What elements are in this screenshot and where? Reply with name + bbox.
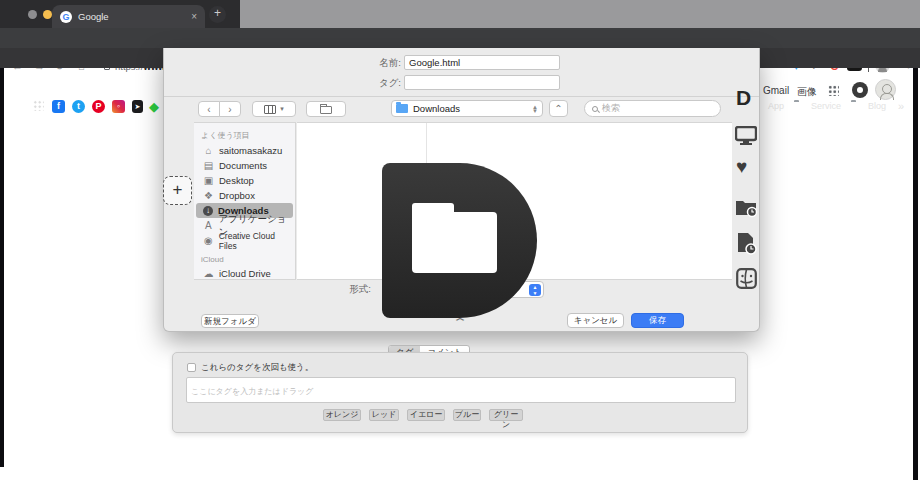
facebook-bookmark-icon[interactable]: f [52,100,65,113]
view-mode-button[interactable]: ▾ [252,101,296,117]
search-field[interactable]: 検索 [584,100,721,117]
traffic-light-minimize[interactable] [43,10,52,19]
search-icon [592,106,598,112]
page-frame-right [913,68,918,480]
tab-title: Google [78,11,185,22]
collapse-dialog-icon[interactable]: ⌃ [440,318,480,327]
heart-icon[interactable]: ♥ [736,156,747,178]
display-icon[interactable] [735,126,757,145]
reuse-tags-label: これらのタグを次回も使う。 [201,362,313,374]
documents-icon: ▤ [203,160,214,171]
creative-cloud-icon: ◉ [203,235,214,246]
save-button[interactable]: 保存 [631,313,684,328]
apps-grid-bookmark-icon[interactable] [33,100,44,111]
notification-icon[interactable] [852,82,868,98]
tag-blue-button[interactable]: ブルー [453,409,481,421]
diamond-bookmark-icon[interactable]: ◆ [149,99,159,114]
sidebar-item-documents[interactable]: ▤Documents [196,158,293,173]
tags-panel: これらのタグを次回も使う。 ここにタグを入力またはドラッグ オレンジ レッド イ… [172,352,748,433]
new-tab-button[interactable]: + [209,6,226,23]
tag-red-button[interactable]: レッド [369,409,399,421]
downloads-folder-icon [396,104,408,113]
tags-input[interactable] [404,75,560,90]
browser-toolbar: ← → ⟳ ⌂ https://www.google.com ☆ ● ➤ ☻ ⚯… [0,28,920,48]
format-label: 形式: [314,283,371,296]
folder-icon [320,106,332,114]
page-frame-left [0,68,4,467]
sidebar-item-home[interactable]: ⌂saitomasakazu [196,143,293,158]
name-field-label: 名前: [344,57,401,70]
bookmarks-overflow-icon[interactable]: » [898,100,904,112]
filename-input[interactable]: Google.html [404,55,560,70]
applications-icon: A [203,220,214,231]
twitter-bookmark-icon[interactable]: t [72,100,85,113]
desktop-icon: ▣ [203,175,214,186]
d-logo-watermark [382,163,537,318]
columns-view-icon [264,105,276,114]
folder-history-icon[interactable] [735,197,759,218]
home-icon: ⌂ [203,145,214,156]
icloud-header: iCloud [194,248,295,266]
blue-stepper-icon: ▲▼ [529,284,541,296]
cursor-bookmark-icon[interactable]: ➤ [132,100,143,113]
sidebar-item-dropbox[interactable]: ❖Dropbox [196,188,293,203]
up-directory-button[interactable]: ⌃ [549,100,568,117]
tag-entry-input[interactable]: ここにタグを入力またはドラッグ [186,377,736,403]
document-history-icon[interactable] [737,232,759,256]
stepper-icon: ▲▼ [532,105,538,113]
tags-field-label: タグ: [344,77,401,90]
sidebar-item-desktop[interactable]: ▣Desktop [196,173,293,188]
dropbox-icon: ❖ [203,190,214,201]
close-tab-icon[interactable]: × [191,11,197,22]
browser-tab[interactable]: G Google × [52,5,205,28]
tab-strip: G Google × + [0,0,920,28]
sidebar-item-icloud-drive[interactable]: ☁iCloud Drive [196,266,293,281]
new-folder-button[interactable]: 新規フォルダ [201,314,259,328]
bookmark-blog[interactable]: Blog [868,100,886,112]
d-extension-logo-icon[interactable]: D [736,86,751,110]
gmail-link[interactable]: Gmail [763,85,789,96]
google-account-avatar[interactable] [875,79,896,100]
cancel-button[interactable]: キャンセル [567,313,624,328]
favorites-header: よく使う項目 [194,127,295,143]
images-link[interactable]: 画像 [797,85,817,99]
instagram-bookmark-icon[interactable]: ◦ [112,100,125,113]
location-dropdown[interactable]: Downloads ▲▼ [391,100,543,117]
bookmark-app[interactable]: App [768,100,784,112]
dialog-sidebar: よく使う項目 ⌂saitomasakazu ▤Documents ▣Deskto… [194,122,296,280]
tag-green-button[interactable]: グリーン [489,409,523,421]
folder-action-button[interactable] [306,101,346,117]
tag-input-placeholder: ここにタグを入力またはドラッグ [191,387,313,396]
google-favicon-icon: G [60,11,72,23]
forward-nav-button[interactable]: › [219,101,241,117]
google-apps-grid-icon[interactable] [828,85,839,96]
downloads-icon: ↓ [203,206,213,216]
finder-icon[interactable] [736,268,757,289]
divider [164,96,759,97]
tag-orange-button[interactable]: オレンジ [323,409,361,421]
sidebar-item-creative-cloud[interactable]: ◉Creative Cloud Files [196,233,293,248]
folder-body-shape [412,212,497,273]
tag-yellow-button[interactable]: イエロー [407,409,445,421]
pinterest-bookmark-icon[interactable]: P [92,100,105,113]
bookmark-service[interactable]: Service [811,100,841,112]
traffic-light-close[interactable] [28,10,37,19]
cloud-icon: ☁ [203,268,214,279]
back-nav-button[interactable]: ‹ [198,101,220,117]
element-picker-button[interactable]: + [163,176,192,205]
reuse-tags-checkbox[interactable] [187,363,196,372]
